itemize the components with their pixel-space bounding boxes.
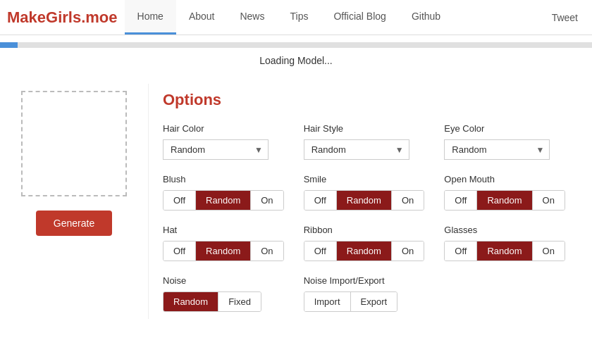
hat-random-btn[interactable]: Random [196,241,251,261]
loading-text: Loading Model... [0,48,592,77]
blush-off-btn[interactable]: Off [164,191,196,210]
hair-style-label: Hair Style [304,123,438,134]
nav-official-blog[interactable]: Official Blog [321,0,398,34]
progress-container [0,42,592,48]
ribbon-label: Ribbon [304,225,438,235]
open-mouth-off-btn[interactable]: Off [445,191,477,210]
logo: MakeGirls.moe [7,8,118,27]
import-export-buttons: Import Export [304,291,397,312]
ribbon-toggle: Off Random On [304,241,425,261]
nav: Home About News Tips Official Blog Githu… [125,0,454,34]
ribbon-group: Ribbon Off Random On [304,225,438,261]
noise-group: Noise Random Fixed [163,275,297,312]
hair-style-dropdown-wrapper: Random Long Hair Short Hair Twin Tails P… [304,139,409,160]
hat-label: Hat [163,225,297,235]
hat-off-btn[interactable]: Off [164,241,196,261]
ribbon-on-btn[interactable]: On [392,241,424,261]
tweet-link[interactable]: Tweet [545,12,585,23]
smile-off-btn[interactable]: Off [304,191,337,210]
blush-label: Blush [163,174,297,184]
hair-color-dropdown-wrapper: Random Blonde Brown Black White Pink Blu… [163,139,269,160]
nav-home[interactable]: Home [125,0,176,34]
hair-style-select[interactable]: Random Long Hair Short Hair Twin Tails P… [304,139,409,160]
hair-color-group: Hair Color Random Blonde Brown Black Whi… [163,123,297,160]
noise-label: Noise [163,275,297,286]
noise-toggle: Random Fixed [163,291,261,312]
glasses-group: Glasses Off Random On [444,225,578,261]
nav-github[interactable]: Github [399,0,453,34]
eye-color-dropdown-wrapper: Random Blue Brown Green Pink Red ▼ [444,139,550,160]
hat-on-btn[interactable]: On [251,241,283,261]
options-title: Options [163,91,578,109]
smile-label: Smile [304,174,438,184]
options-dropdowns-row: Hair Color Random Blonde Brown Black Whi… [163,123,578,312]
ribbon-off-btn[interactable]: Off [304,241,337,261]
options-panel: Options Hair Color Random Blonde Brown B… [148,84,592,319]
nav-about[interactable]: About [176,0,228,34]
hat-toggle: Off Random On [163,241,284,261]
smile-on-btn[interactable]: On [392,191,424,210]
noise-random-btn[interactable]: Random [164,292,218,311]
hat-group: Hat Off Random On [163,225,297,261]
nav-news[interactable]: News [227,0,277,34]
glasses-label: Glasses [444,225,578,235]
header: MakeGirls.moe Home About News Tips Offic… [0,0,592,35]
blush-toggle: Off Random On [163,190,284,211]
export-btn[interactable]: Export [351,292,397,311]
blush-random-btn[interactable]: Random [196,191,251,210]
glasses-toggle: Off Random On [444,241,565,261]
open-mouth-on-btn[interactable]: On [533,191,565,210]
smile-group: Smile Off Random On [304,174,438,211]
import-btn[interactable]: Import [304,292,351,311]
open-mouth-group: Open Mouth Off Random On [444,174,578,211]
glasses-on-btn[interactable]: On [533,241,565,261]
nav-tips[interactable]: Tips [277,0,321,34]
noise-import-export-group: Noise Import/Export Import Export [304,275,438,312]
open-mouth-label: Open Mouth [444,174,578,184]
hair-style-group: Hair Style Random Long Hair Short Hair T… [304,123,438,160]
noise-fixed-btn[interactable]: Fixed [218,292,261,311]
progress-bar [0,42,18,48]
generate-button[interactable]: Generate [36,211,112,236]
image-placeholder [21,91,127,196]
eye-color-label: Eye Color [444,123,578,134]
smile-toggle: Off Random On [304,190,425,211]
glasses-random-btn[interactable]: Random [477,241,532,261]
glasses-off-btn[interactable]: Off [445,241,477,261]
hair-color-label: Hair Color [163,123,297,134]
smile-random-btn[interactable]: Random [337,191,392,210]
open-mouth-toggle: Off Random On [444,190,565,211]
hair-color-select[interactable]: Random Blonde Brown Black White Pink Blu… [163,139,269,160]
noise-import-export-label: Noise Import/Export [304,275,438,286]
blush-on-btn[interactable]: On [251,191,283,210]
open-mouth-random-btn[interactable]: Random [477,191,532,210]
left-panel: Generate [0,84,148,319]
main-layout: Generate Options Hair Color Random Blond… [0,77,592,326]
ribbon-random-btn[interactable]: Random [337,241,392,261]
eye-color-select[interactable]: Random Blue Brown Green Pink Red [444,139,550,160]
eye-color-group: Eye Color Random Blue Brown Green Pink R… [444,123,578,160]
blush-group: Blush Off Random On [163,174,297,211]
